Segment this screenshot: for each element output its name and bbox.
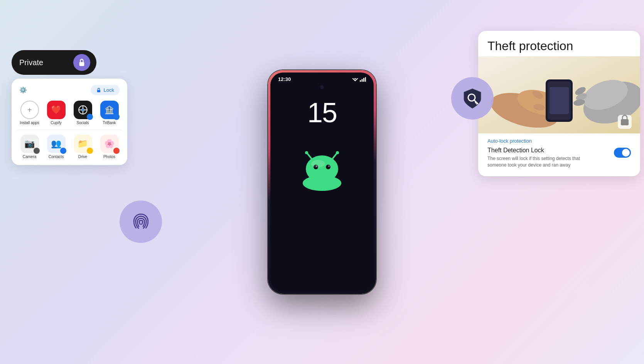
theft-card-title: Theft protection: [478, 31, 640, 53]
photos-icon-app: 🌸: [100, 135, 119, 153]
theft-scene-svg: [478, 56, 640, 133]
svg-point-22: [305, 151, 308, 154]
svg-rect-17: [360, 80, 361, 82]
socials-badge: [87, 114, 93, 120]
svg-point-29: [328, 165, 330, 167]
detection-lock-description: The screen will lock if this setting det…: [487, 155, 595, 169]
list-item[interactable]: 🏦 TriBank: [98, 101, 121, 125]
theft-scene-illustration: [478, 56, 640, 133]
status-icons: [352, 77, 366, 82]
detection-lock-title: Theft Detection Lock: [487, 147, 595, 154]
app-drive-label: Drive: [78, 155, 87, 159]
list-item[interactable]: + Install apps: [18, 101, 41, 125]
detection-lock-row: Theft Detection Lock The screen will loc…: [487, 147, 631, 169]
socials-icon: [74, 101, 92, 119]
svg-point-10: [35, 149, 39, 153]
shield-bubble: [451, 77, 494, 120]
camera-icon-app: 📷: [20, 135, 39, 153]
cupify-icon: ❤️: [47, 101, 66, 119]
svg-point-7: [82, 109, 84, 111]
auto-lock-link[interactable]: Auto-lock protection: [487, 138, 631, 144]
contacts-icon-app: 👥: [47, 135, 66, 153]
shield-key-icon: [461, 87, 484, 110]
svg-rect-20: [365, 77, 366, 82]
svg-point-11: [61, 149, 65, 153]
list-item[interactable]: ❤️ Cupify: [44, 101, 68, 125]
app-contacts-label: Contacts: [49, 155, 64, 159]
android-bot-icon: [287, 140, 357, 202]
svg-rect-19: [363, 78, 364, 82]
svg-point-24: [336, 151, 339, 154]
app-photos-label: Photos: [103, 155, 115, 159]
svg-point-8: [88, 115, 92, 119]
svg-rect-43: [550, 87, 569, 114]
app-grid-divider: [18, 130, 121, 130]
phone-camera-notch: [320, 85, 324, 89]
svg-point-12: [88, 149, 92, 153]
camera-badge: [34, 148, 40, 154]
svg-point-9: [115, 115, 118, 119]
svg-point-30: [303, 175, 341, 191]
list-item[interactable]: 📷 Camera: [18, 135, 41, 159]
fingerprint-bubble: [120, 201, 162, 243]
tribank-icon: 🏦: [100, 101, 119, 119]
list-item[interactable]: 📁 Drive: [71, 135, 94, 159]
theft-protection-card: Theft protection: [478, 31, 640, 176]
svg-rect-51: [621, 119, 629, 125]
phone-device: 12:30: [268, 70, 376, 294]
app-tribank-label: TriBank: [103, 121, 116, 125]
svg-rect-1: [97, 90, 100, 92]
app-cupify-label: Cupify: [51, 121, 61, 125]
detection-lock-text: Theft Detection Lock The screen will loc…: [487, 147, 595, 169]
phone-screen-number: 15: [270, 97, 374, 128]
app-grid-header: ⚙️ Lock: [18, 85, 121, 95]
list-item[interactable]: Socials: [71, 101, 94, 125]
phone-time: 12:30: [278, 76, 291, 82]
tribank-badge: [113, 114, 120, 120]
app-grid: + Install apps ❤️ Cupify: [18, 101, 121, 159]
app-grid-panel: ⚙️ Lock + Install apps ❤️: [12, 79, 127, 165]
android-bot-container: [270, 140, 374, 202]
drive-icon-app: 📁: [74, 135, 92, 153]
phone-screen: 12:30: [270, 72, 374, 292]
theft-card-body: Auto-lock protection Theft Detection Loc…: [478, 133, 640, 176]
svg-point-27: [326, 165, 330, 169]
app-socials-label: Socials: [76, 121, 89, 125]
theft-card-image: [478, 56, 640, 133]
photos-badge: [113, 148, 120, 154]
contacts-badge: [60, 148, 66, 154]
signal-icon: [360, 77, 366, 82]
lock-icon: [78, 58, 86, 67]
install-apps-icon: +: [20, 101, 39, 119]
app-install-label: Install apps: [20, 121, 39, 125]
right-section: Theft protection: [478, 31, 640, 176]
phone-wrapper: 12:30: [268, 70, 376, 294]
settings-gear-icon[interactable]: ⚙️: [19, 86, 27, 94]
svg-rect-0: [79, 62, 84, 66]
svg-point-31: [311, 160, 325, 168]
svg-point-13: [115, 149, 118, 153]
list-item[interactable]: 👥 Contacts: [44, 135, 68, 159]
lock-button[interactable]: Lock: [91, 85, 120, 95]
list-item[interactable]: 🌸 Photos: [98, 135, 121, 159]
app-camera-label: Camera: [23, 155, 37, 159]
phone-status-bar: 12:30: [270, 72, 374, 82]
svg-rect-18: [362, 79, 363, 82]
wifi-icon: [352, 77, 358, 82]
left-section: Private ⚙️ Lock +: [12, 50, 127, 165]
lock-button-label: Lock: [104, 87, 114, 93]
private-label: Private: [19, 58, 68, 67]
drive-badge: [87, 148, 93, 154]
private-pill[interactable]: Private: [12, 50, 96, 75]
theft-detection-toggle[interactable]: [614, 148, 631, 158]
toggle-knob: [622, 149, 630, 157]
private-lock-icon-circle: [73, 54, 90, 71]
lock-btn-icon: [96, 88, 101, 93]
fingerprint-icon: [130, 211, 152, 233]
